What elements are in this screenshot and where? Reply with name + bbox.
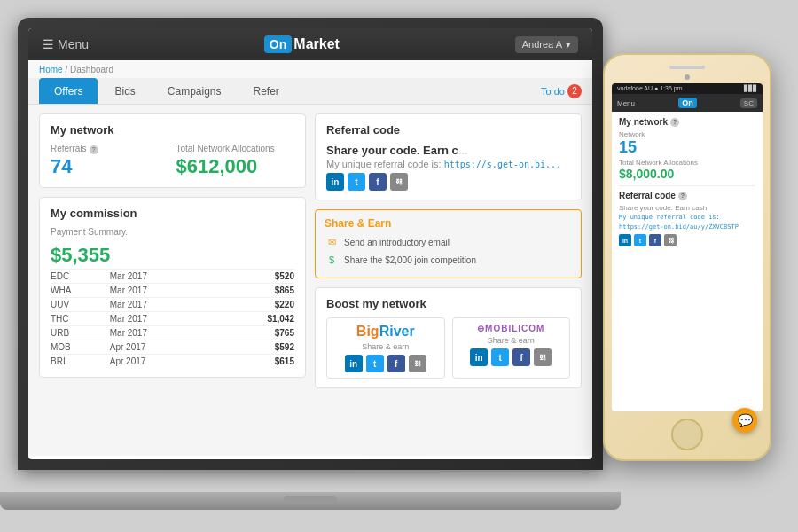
laptop-body: ☰ Menu On Market Andrea A ▾ Home: [18, 18, 603, 470]
facebook-share-icon[interactable]: f: [369, 173, 387, 191]
share-earn-dollar-item[interactable]: $ Share the $2,000 join competition: [325, 253, 572, 267]
phone-carrier: vodafone AU ● 1:36 pm: [617, 85, 683, 92]
boost-mobilicom[interactable]: ⊕MOBILICOM Share & earn in t f ⛓: [452, 317, 571, 379]
phone-referral-link[interactable]: https://get-on.bid/au/y/ZXVCBSTP: [619, 223, 755, 231]
boost-grid: BigRiver Share & earn in t f ⛓: [326, 317, 570, 379]
referral-code-card: Referral code Share your code. Earn c...…: [315, 113, 582, 200]
phone-camera: [685, 74, 690, 80]
phone-signal: ▊▊▊: [744, 85, 757, 92]
share-earn-email-item[interactable]: ✉ Send an introductory email: [325, 235, 572, 249]
phone-allocations-value: $8,000.00: [619, 167, 755, 181]
tab-refer[interactable]: Refer: [239, 78, 294, 104]
right-column: Referral code Share your code. Earn c...…: [315, 113, 582, 447]
phone-referral-link-label: My unique referral code is:: [619, 214, 755, 221]
bigriver-social-icons: in t f ⛓: [334, 355, 437, 372]
phone-social-icons: in t f ⛓: [619, 234, 755, 246]
user-button[interactable]: Andrea A ▾: [515, 36, 578, 53]
row-code: WHA: [51, 284, 110, 298]
row-amount: $765: [217, 326, 294, 340]
menu-label: Menu: [58, 37, 89, 51]
social-icons: in t f ⛓: [326, 173, 570, 191]
phone-home-button[interactable]: [671, 419, 703, 450]
user-label: Andrea A: [522, 39, 562, 50]
row-date: Mar 2017: [110, 284, 217, 298]
boost-card: Boost my network BigRiver Share & earn i…: [315, 287, 582, 388]
link-share-icon[interactable]: ⛓: [390, 173, 408, 191]
todo-count: 2: [567, 84, 582, 98]
commission-table: EDC Mar 2017 $520 WHA Mar 2017 $865: [51, 269, 294, 368]
breadcrumb-home[interactable]: Home: [39, 65, 63, 74]
row-code: BRI: [51, 355, 110, 369]
brand-market: Market: [293, 36, 340, 52]
phone-facebook-icon[interactable]: f: [649, 234, 661, 246]
breadcrumb: Home / Dashboard: [39, 62, 582, 78]
phone-linkedin-icon[interactable]: in: [619, 234, 631, 246]
tab-offers[interactable]: Offers: [39, 78, 98, 104]
tab-bids[interactable]: Bids: [99, 78, 150, 104]
commission-value: $5,355: [51, 244, 294, 267]
row-date: Mar 2017: [110, 270, 217, 284]
referral-code-title: Referral code: [326, 123, 570, 137]
tabs-row: Offers Bids Campaigns Refer To do 2: [28, 78, 592, 105]
tabs-left: Offers Bids Campaigns Refer: [39, 78, 296, 104]
phone-header: Menu On SC: [612, 94, 763, 112]
screen-content: My network Referrals ? 74: [28, 105, 592, 456]
phone-content: My network ? Network 15 Total Network Al…: [612, 112, 763, 252]
mobilicom-linkedin-icon[interactable]: in: [470, 348, 488, 366]
bigriver-link-icon[interactable]: ⛓: [409, 355, 426, 372]
tab-campaigns[interactable]: Campaigns: [153, 78, 237, 104]
row-code: EDC: [51, 270, 110, 284]
laptop: ☰ Menu On Market Andrea A ▾ Home: [18, 18, 603, 510]
mobilicom-facebook-icon[interactable]: f: [512, 348, 530, 366]
bigriver-twitter-icon[interactable]: t: [366, 355, 384, 372]
boost-bigriver[interactable]: BigRiver Share & earn in t f ⛓: [326, 317, 445, 379]
share-earn-title: Share & Earn: [325, 217, 572, 230]
phone-brand-on: On: [678, 98, 697, 108]
bigriver-facebook-icon[interactable]: f: [387, 355, 405, 372]
referral-link[interactable]: https://s.get-on.bi...: [444, 160, 561, 169]
my-commission-card: My commission Payment Summary. $5,355 ED…: [39, 197, 306, 378]
row-code: THC: [51, 312, 110, 326]
phone-twitter-icon[interactable]: t: [634, 234, 646, 246]
row-date: Apr 2017: [110, 340, 217, 355]
row-amount: $520: [217, 270, 294, 284]
chat-bubble[interactable]: 💬: [732, 408, 757, 411]
table-row: THC Mar 2017 $1,042: [51, 312, 294, 326]
table-row: UUV Mar 2017 $220: [51, 298, 294, 312]
mobilicom-link-icon[interactable]: ⛓: [534, 348, 552, 366]
phone-screen: vodafone AU ● 1:36 pm ▊▊▊ Menu On SC My …: [612, 83, 763, 411]
laptop-base: [0, 492, 621, 510]
share-earn-dollar-label: Share the $2,000 join competition: [344, 255, 476, 265]
menu-button[interactable]: ☰ Menu: [43, 37, 89, 51]
my-commission-title: My commission: [51, 207, 294, 220]
bigriver-linkedin-icon[interactable]: in: [345, 355, 363, 372]
laptop-screen: ☰ Menu On Market Andrea A ▾ Home: [28, 28, 592, 459]
allocations-stat: Total Network Allocations $612,000: [176, 144, 295, 178]
table-row: URB Mar 2017 $765: [51, 326, 294, 340]
row-amount: $615: [217, 355, 294, 369]
phone-menu-label[interactable]: Menu: [617, 99, 635, 107]
user-dropdown-icon: ▾: [566, 39, 571, 51]
phone-network-info-icon: ?: [670, 118, 679, 127]
breadcrumb-current: Dashboard: [70, 65, 113, 74]
brand: On Market: [264, 35, 340, 53]
boost-title: Boost my network: [326, 297, 570, 310]
todo-badge[interactable]: To do 2: [541, 84, 582, 98]
phone-divider: [619, 185, 755, 186]
linkedin-share-icon[interactable]: in: [326, 173, 344, 191]
phone-user-btn[interactable]: SC: [740, 98, 757, 108]
phone-allocations-label: Total Network Allocations: [619, 159, 755, 167]
share-earn-email-label: Send an introductory email: [344, 238, 450, 247]
referrals-value: 74: [51, 155, 169, 178]
phone-link-icon[interactable]: ⛓: [664, 234, 677, 246]
payment-summary-label: Payment Summary.: [51, 227, 294, 237]
mobilicom-twitter-icon[interactable]: t: [491, 348, 509, 366]
phone-network-title: My network ?: [619, 117, 755, 127]
phone-speaker: [669, 66, 705, 69]
network-grid: Referrals ? 74 Total Network Allocations…: [51, 144, 294, 178]
row-amount: $220: [217, 298, 294, 312]
row-date: Mar 2017: [110, 326, 217, 340]
share-bold-text: Share your code. Earn c...: [326, 144, 570, 157]
referral-code-desc: My unique referral code is: https://s.ge…: [326, 159, 570, 169]
twitter-share-icon[interactable]: t: [348, 173, 365, 191]
